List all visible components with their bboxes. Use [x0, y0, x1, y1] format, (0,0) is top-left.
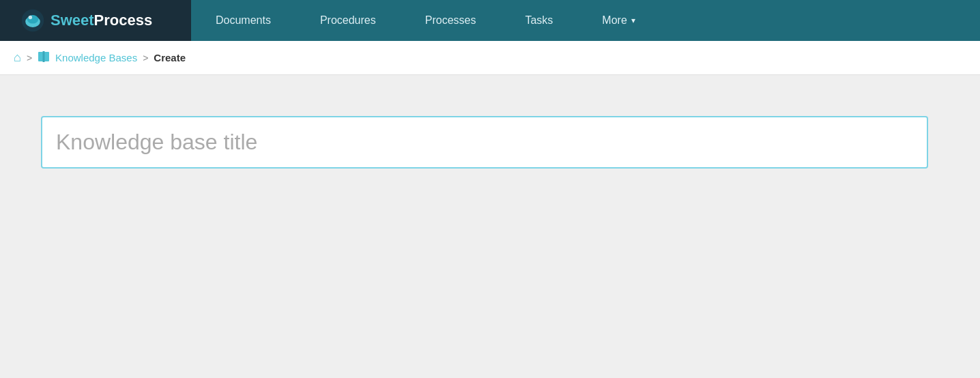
home-icon[interactable]: ⌂ [14, 50, 21, 65]
knowledge-bases-icon [38, 51, 50, 65]
logo-text: SweetProcess [51, 12, 152, 29]
svg-rect-5 [44, 52, 49, 61]
breadcrumb-knowledge-bases-link[interactable]: Knowledge Bases [55, 52, 137, 63]
nav-more-label: More [602, 14, 626, 27]
sweetprocess-logo-icon [20, 8, 45, 33]
nav-items: Documents Procedures Processes Tasks Mor… [191, 0, 980, 41]
svg-rect-6 [43, 51, 45, 62]
svg-rect-4 [38, 52, 43, 61]
breadcrumb: ⌂ > Knowledge Bases > Create [0, 41, 980, 75]
nav-item-tasks[interactable]: Tasks [500, 0, 577, 41]
top-navigation: SweetProcess Documents Procedures Proces… [0, 0, 980, 41]
main-content [0, 75, 980, 378]
breadcrumb-current-page: Create [154, 52, 186, 63]
book-icon [38, 51, 50, 62]
breadcrumb-separator-2: > [143, 53, 148, 63]
svg-point-3 [29, 16, 32, 19]
logo-area: SweetProcess [0, 0, 191, 41]
nav-item-processes[interactable]: Processes [401, 0, 501, 41]
nav-item-more[interactable]: More ▾ [577, 0, 659, 41]
nav-item-procedures[interactable]: Procedures [296, 0, 401, 41]
chevron-down-icon: ▾ [631, 16, 635, 25]
logo-process: Process [94, 12, 153, 29]
nav-item-documents[interactable]: Documents [191, 0, 296, 41]
knowledge-base-title-input[interactable] [41, 116, 928, 169]
logo-sweet: Sweet [51, 12, 94, 29]
breadcrumb-separator-1: > [27, 53, 32, 63]
